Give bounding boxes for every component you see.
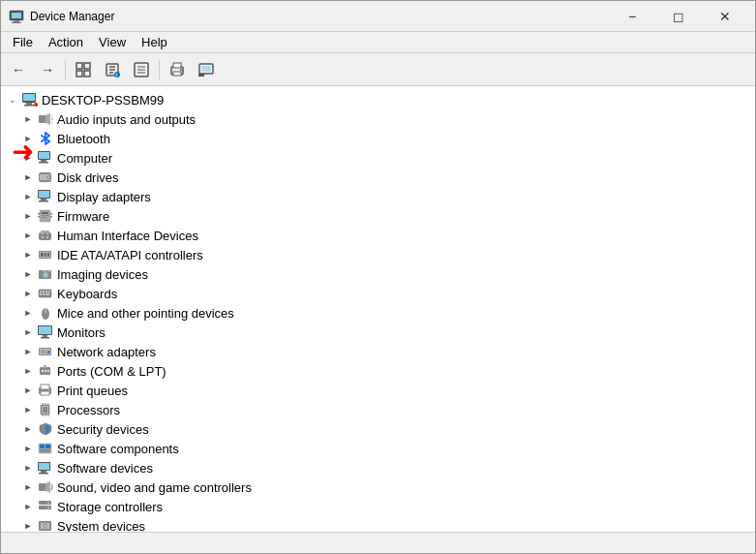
hid-expand[interactable]: ► (20, 228, 36, 243)
svg-rect-77 (43, 293, 45, 295)
svg-rect-112 (45, 445, 50, 448)
svg-rect-19 (173, 63, 181, 68)
disk-label: Disk drives (55, 170, 119, 185)
menu-view[interactable]: View (91, 33, 134, 51)
svg-rect-5 (84, 63, 90, 69)
print-expand[interactable]: ► (20, 383, 36, 398)
imaging-expand[interactable]: ► (20, 266, 36, 282)
sound-expand[interactable]: ► (20, 479, 36, 495)
ide-label: IDE ATA/ATAPI controllers (55, 248, 203, 262)
tree-item-monitor[interactable]: ► Monitors (1, 323, 755, 342)
tree-item-keyboard[interactable]: ► Keyboards (1, 284, 755, 303)
svg-rect-74 (45, 292, 47, 293)
computer-label: Computer (55, 151, 112, 166)
svg-rect-122 (47, 502, 49, 504)
monitor-expand[interactable]: ► (20, 324, 36, 340)
tree-item-firmware[interactable]: ► Firmware (1, 206, 755, 226)
svg-rect-123 (47, 507, 49, 508)
tree-item-display[interactable]: ► Display adapters (1, 187, 755, 206)
tree-item-disk[interactable]: ► Disk drives (1, 168, 755, 187)
tree-item-system[interactable]: ► System devices (1, 516, 755, 532)
view-list-button[interactable] (128, 57, 155, 82)
storage-expand[interactable]: ► (20, 499, 36, 514)
bluetooth-icon (38, 131, 53, 146)
svg-rect-37 (39, 152, 49, 159)
disk-icon (38, 169, 53, 185)
ports-expand[interactable]: ► (20, 363, 36, 379)
tree-item-storage[interactable]: ► Storage controllers (1, 497, 755, 516)
tree-item-sound[interactable]: ► Sound, video and game controllers (1, 477, 755, 497)
tree-item-bluetooth[interactable]: ► Bluetooth (1, 129, 755, 148)
tree-item-security[interactable]: ► Security devices (1, 419, 755, 439)
ide-expand[interactable]: ► (20, 247, 36, 262)
ide-icon (38, 247, 53, 262)
view-grid-button[interactable] (70, 57, 97, 82)
window-title: Device Manager (30, 10, 610, 23)
tree-item-network[interactable]: ► Network adapters (1, 342, 755, 361)
security-label: Security devices (55, 422, 149, 437)
close-button[interactable]: ✕ (703, 1, 747, 32)
properties-button[interactable]: i (99, 57, 126, 82)
security-expand[interactable]: ► (20, 421, 36, 437)
software-comp-expand[interactable]: ► (20, 441, 36, 456)
monitor-label: Monitors (55, 325, 106, 340)
menu-help[interactable]: Help (134, 33, 175, 51)
display-expand[interactable]: ► (20, 189, 36, 204)
svg-rect-73 (43, 292, 45, 293)
mouse-expand[interactable]: ► (20, 305, 36, 321)
keyboard-expand[interactable]: ► (20, 286, 36, 301)
storage-icon (38, 499, 53, 514)
software-dev-expand[interactable]: ► (20, 460, 36, 476)
keyboard-label: Keyboards (55, 287, 117, 301)
tree-item-software-dev[interactable]: ► Software devices (1, 458, 755, 477)
forward-button[interactable]: → (34, 57, 61, 82)
svg-rect-99 (41, 391, 49, 395)
svg-rect-55 (50, 216, 52, 218)
tree-item-ide[interactable]: ► IDE ATA/ATAPI controllers (1, 245, 755, 264)
svg-rect-46 (41, 199, 46, 200)
root-expand[interactable]: ⌄ (5, 92, 20, 108)
firmware-expand[interactable]: ► (20, 208, 36, 224)
network-label: Network adapters (55, 345, 156, 359)
menu-file[interactable]: File (5, 33, 41, 51)
display-icon (38, 189, 53, 204)
svg-rect-6 (76, 71, 82, 77)
tree-item-print[interactable]: ► Print queues (1, 381, 755, 400)
storage-label: Storage controllers (55, 500, 163, 514)
network-expand[interactable]: ► (20, 344, 36, 359)
svg-rect-23 (201, 66, 211, 72)
sound-icon (38, 479, 53, 495)
disk-expand[interactable]: ► (20, 169, 36, 185)
tree-item-ports[interactable]: ► Ports (COM & LPT) (1, 361, 755, 381)
device-tree[interactable]: ⌄ ! DESKTOP-PSSBM99 (1, 86, 755, 532)
minimize-button[interactable]: − (610, 1, 654, 32)
tree-item-cpu[interactable]: ► Processors (1, 400, 755, 419)
tree-item-hid[interactable]: ► Human Interface Devices (1, 226, 755, 245)
svg-point-21 (180, 69, 182, 71)
tree-root[interactable]: ⌄ ! DESKTOP-PSSBM99 (1, 90, 755, 109)
tree-item-mouse[interactable]: ► Mice and other pointing devices (1, 303, 755, 323)
svg-rect-96 (44, 365, 46, 368)
menu-action[interactable]: Action (41, 33, 91, 51)
computer-expand[interactable]: ► (20, 150, 36, 166)
system-label: System devices (55, 519, 145, 533)
tree-item-audio[interactable]: ► Audio inputs and outputs (1, 109, 755, 129)
audio-expand[interactable]: ► (20, 111, 36, 127)
tree-item-imaging[interactable]: ► Imaging devices (1, 264, 755, 284)
software-comp-label: Software components (55, 442, 179, 456)
monitor-icon (38, 324, 53, 340)
bluetooth-expand[interactable]: ► (20, 131, 36, 146)
print-icon (38, 383, 53, 398)
cpu-expand[interactable]: ► (20, 402, 36, 417)
maximize-button[interactable]: ◻ (656, 1, 701, 32)
system-expand[interactable]: ► (20, 518, 36, 532)
tree-item-computer[interactable]: ► Computer (1, 148, 755, 168)
back-button[interactable]: ← (5, 57, 32, 82)
svg-rect-98 (41, 385, 49, 389)
svg-rect-3 (12, 22, 21, 23)
tree-item-software-comp[interactable]: ► Software components (1, 439, 755, 458)
help-button[interactable] (193, 57, 220, 82)
svg-rect-54 (50, 213, 52, 215)
print-button[interactable] (164, 57, 191, 82)
svg-rect-72 (40, 292, 42, 293)
